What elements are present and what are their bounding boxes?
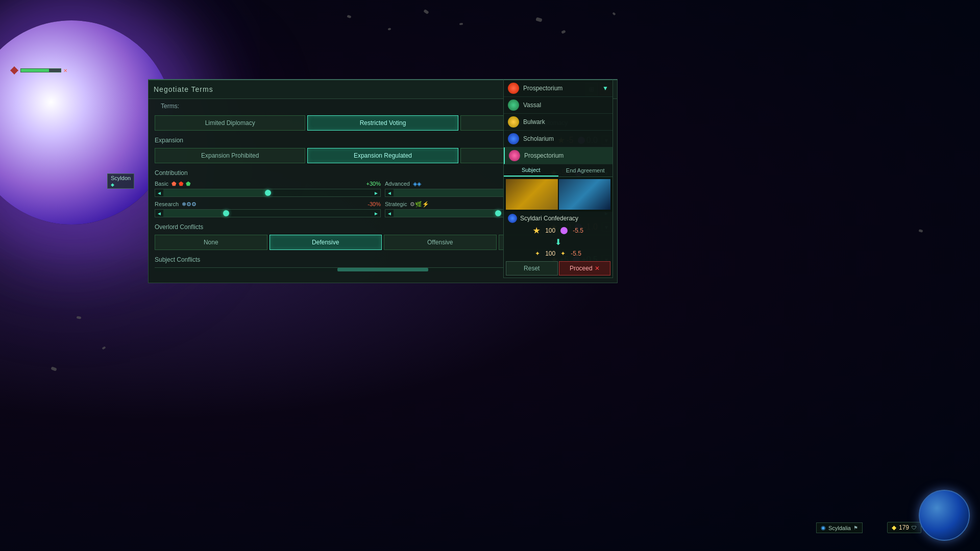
basic-slider-inner — [163, 189, 372, 196]
basic-fill — [163, 189, 268, 196]
empire-name-row: Scyldari Confederacy — [504, 212, 612, 225]
tab-end-agreement[interactable]: End Agreement — [558, 164, 613, 177]
faction-item-bulwark[interactable]: Bulwark — [504, 114, 612, 131]
strategic-thumb[interactable] — [495, 210, 501, 216]
tab-restricted-voting[interactable]: Restricted Voting — [307, 115, 458, 131]
reset-button[interactable]: Reset — [506, 261, 558, 276]
strategic-label: Strategic ⚙🌿⚡ — [385, 201, 429, 208]
basic-thumb[interactable] — [265, 190, 271, 196]
subject-conflicts-title: Subject Conflicts — [155, 256, 200, 263]
research-slider-track[interactable]: ◄ ► — [155, 209, 381, 217]
research-label: Research ❄⚙⚙ — [155, 201, 197, 208]
basic-slider-label: Basic ⬟ ⬟ ⬟ +30% — [155, 181, 381, 187]
faction-item-vassal[interactable]: Vassal — [504, 97, 612, 114]
advanced-label: Advanced ◈◈ — [385, 181, 421, 187]
basic-arrow-right[interactable]: ► — [372, 190, 380, 196]
basic-pct: +30% — [366, 181, 381, 187]
counter-shield: 🛡 — [912, 525, 917, 531]
tab-conflicts-offensive[interactable]: Offensive — [384, 235, 497, 250]
faction-item-prospectorium-2[interactable]: Prospectorium — [504, 147, 612, 164]
right-panel: Prospectorium ▼ Vassal Bulwark Scholariu… — [503, 79, 613, 278]
faction-icon-red — [508, 83, 519, 94]
research-slider-inner — [163, 210, 372, 217]
empire-name: Scyldari Confederacy — [520, 215, 578, 222]
health-fill — [21, 69, 49, 72]
basic-arrow-left[interactable]: ◄ — [155, 190, 163, 196]
res-val-1: 100 — [545, 227, 555, 234]
resource-row-2: ✦ 100 ✦ -5.5 — [504, 248, 612, 259]
empire-thumb-2 — [559, 179, 611, 210]
subject-tabs: Subject End Agreement — [504, 164, 612, 177]
player-tag: ◉ Scyldalia ⚑ — [816, 522, 863, 533]
strategic-arrow-left[interactable]: ◄ — [385, 211, 394, 216]
expansion-title: Expansion — [155, 137, 183, 144]
terms-label: Terms: — [155, 99, 185, 112]
research-arrow-right[interactable]: ► — [372, 211, 380, 216]
res-sun-1: ✦ — [535, 250, 540, 257]
basic-icons3: ⬟ — [186, 181, 191, 187]
faction-name-scholarium: Scholarium — [523, 135, 608, 142]
basic-slider-track[interactable]: ◄ ► — [155, 189, 381, 197]
faction-name-prospectorium-1: Prospectorium — [523, 85, 598, 92]
close-ship-btn[interactable]: ✕ — [63, 68, 67, 73]
res-star-1 — [533, 227, 540, 234]
research-slider-label: Research ❄⚙⚙ -30% — [155, 201, 381, 208]
player-flag: ⚑ — [853, 525, 858, 531]
faction-icon-blue — [508, 133, 519, 144]
res-val-2: 100 — [545, 250, 555, 257]
resource-row-1: 100 -5.5 — [504, 225, 612, 236]
basic-icons2: ⬟ — [179, 181, 184, 187]
tab-limited-diplomacy[interactable]: Limited Diplomacy — [155, 115, 305, 131]
basic-icons: ⬟ — [172, 181, 177, 187]
player-icon: ◉ — [821, 524, 826, 531]
contribution-title: Contribution — [155, 169, 188, 177]
divider-arrow: ⬇ — [504, 236, 612, 248]
top-hud: ✕ — [10, 66, 67, 76]
basic-label: Basic ⬟ ⬟ ⬟ — [155, 181, 191, 187]
minimap[interactable] — [919, 490, 970, 541]
faction-name-vassal: Vassal — [523, 102, 608, 109]
res-neg-1: -5.5 — [573, 227, 583, 234]
dialog-title: Negotiate Terms — [154, 85, 213, 93]
faction-name-bulwark: Bulwark — [523, 118, 608, 126]
strategic-icons: ⚙🌿⚡ — [410, 201, 429, 207]
faction-item-scholarium[interactable]: Scholarium — [504, 131, 612, 147]
faction-list: Prospectorium ▼ Vassal Bulwark Scholariu… — [504, 80, 612, 164]
research-slider-group: Research ❄⚙⚙ -30% ◄ ► — [155, 201, 381, 217]
scyldon-label: Scyldon ◆ — [107, 173, 134, 189]
proceed-button[interactable]: Proceed ✕ — [559, 261, 611, 276]
research-text: Research — [155, 201, 179, 207]
tab-conflicts-none[interactable]: None — [155, 235, 267, 250]
research-icons: ❄⚙⚙ — [182, 201, 197, 207]
ship-icon — [10, 66, 18, 74]
empire-preview — [504, 177, 612, 212]
advanced-icons: ◈◈ — [413, 181, 421, 187]
counter-value: 179 — [899, 524, 909, 531]
health-bar — [20, 68, 61, 72]
counter-icon: ◆ — [892, 524, 896, 531]
action-row: Reset Proceed ✕ — [504, 259, 612, 278]
faction-name-prospectorium-2: Prospectorium — [524, 152, 608, 159]
tab-expansion-prohibited[interactable]: Expansion Prohibited — [155, 148, 305, 163]
advanced-arrow-left[interactable]: ◄ — [385, 190, 394, 196]
research-thumb[interactable] — [223, 210, 229, 216]
research-pct: -30% — [368, 201, 381, 208]
res-neg-2: -5.5 — [571, 250, 581, 257]
research-arrow-left[interactable]: ◄ — [155, 211, 163, 216]
counter-display: ◆ 179 🛡 — [887, 522, 921, 533]
tab-conflicts-defensive[interactable]: Defensive — [270, 235, 382, 250]
research-fill — [163, 210, 226, 217]
tab-subject[interactable]: Subject — [504, 164, 558, 177]
player-name: Scyldalia — [828, 525, 851, 531]
res-sun-2: ✦ — [560, 250, 566, 257]
tab-expansion-regulated[interactable]: Expansion Regulated — [307, 148, 458, 163]
faction-item-prospectorium-1[interactable]: Prospectorium ▼ — [504, 80, 612, 97]
faction-icon-pink — [509, 150, 520, 161]
proceed-x-icon: ✕ — [595, 265, 600, 272]
faction-icon-gold — [508, 116, 519, 128]
empire-thumb-1 — [506, 179, 558, 210]
basic-text: Basic — [155, 181, 168, 187]
overlord-title: Overlord Conflicts — [155, 223, 203, 231]
scrollbar-thumb[interactable] — [337, 268, 429, 271]
faction-icon-green — [508, 99, 519, 111]
